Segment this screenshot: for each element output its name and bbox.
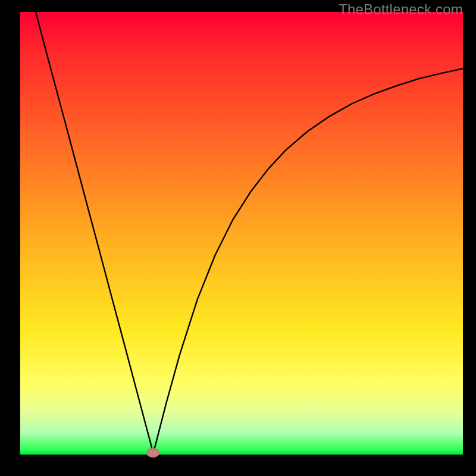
minimum-marker — [146, 448, 159, 458]
bottleneck-curve — [20, 12, 463, 455]
chart-frame: TheBottleneck.com — [0, 0, 476, 476]
watermark-text: TheBottleneck.com — [339, 1, 463, 18]
plot-area — [20, 12, 463, 455]
